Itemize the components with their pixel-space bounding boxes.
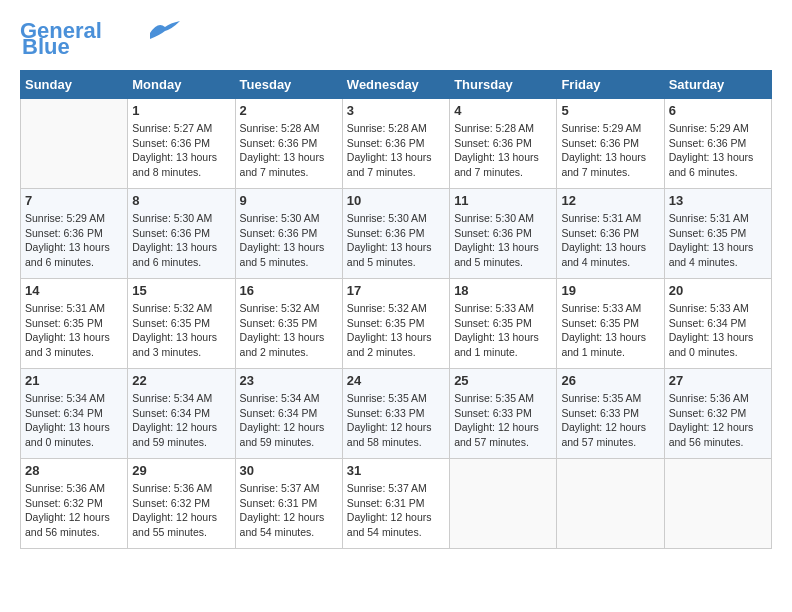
calendar-cell: 22Sunrise: 5:34 AM Sunset: 6:34 PM Dayli… — [128, 369, 235, 459]
day-number: 15 — [132, 283, 230, 298]
day-info: Sunrise: 5:30 AM Sunset: 6:36 PM Dayligh… — [347, 211, 445, 270]
calendar-cell: 5Sunrise: 5:29 AM Sunset: 6:36 PM Daylig… — [557, 99, 664, 189]
logo-bird-icon — [150, 21, 180, 39]
calendar-cell: 12Sunrise: 5:31 AM Sunset: 6:36 PM Dayli… — [557, 189, 664, 279]
calendar-cell: 9Sunrise: 5:30 AM Sunset: 6:36 PM Daylig… — [235, 189, 342, 279]
calendar-cell: 10Sunrise: 5:30 AM Sunset: 6:36 PM Dayli… — [342, 189, 449, 279]
weekday-header-tuesday: Tuesday — [235, 71, 342, 99]
calendar-cell: 7Sunrise: 5:29 AM Sunset: 6:36 PM Daylig… — [21, 189, 128, 279]
calendar-cell: 19Sunrise: 5:33 AM Sunset: 6:35 PM Dayli… — [557, 279, 664, 369]
day-info: Sunrise: 5:31 AM Sunset: 6:35 PM Dayligh… — [669, 211, 767, 270]
day-info: Sunrise: 5:28 AM Sunset: 6:36 PM Dayligh… — [454, 121, 552, 180]
day-info: Sunrise: 5:35 AM Sunset: 6:33 PM Dayligh… — [454, 391, 552, 450]
calendar-week-row: 7Sunrise: 5:29 AM Sunset: 6:36 PM Daylig… — [21, 189, 772, 279]
day-number: 11 — [454, 193, 552, 208]
day-number: 6 — [669, 103, 767, 118]
day-number: 27 — [669, 373, 767, 388]
day-info: Sunrise: 5:36 AM Sunset: 6:32 PM Dayligh… — [669, 391, 767, 450]
day-number: 20 — [669, 283, 767, 298]
calendar-cell: 31Sunrise: 5:37 AM Sunset: 6:31 PM Dayli… — [342, 459, 449, 549]
calendar-cell: 18Sunrise: 5:33 AM Sunset: 6:35 PM Dayli… — [450, 279, 557, 369]
weekday-header-saturday: Saturday — [664, 71, 771, 99]
day-info: Sunrise: 5:32 AM Sunset: 6:35 PM Dayligh… — [347, 301, 445, 360]
day-number: 3 — [347, 103, 445, 118]
day-info: Sunrise: 5:35 AM Sunset: 6:33 PM Dayligh… — [347, 391, 445, 450]
day-info: Sunrise: 5:32 AM Sunset: 6:35 PM Dayligh… — [240, 301, 338, 360]
weekday-header-friday: Friday — [557, 71, 664, 99]
calendar-cell: 14Sunrise: 5:31 AM Sunset: 6:35 PM Dayli… — [21, 279, 128, 369]
weekday-header-thursday: Thursday — [450, 71, 557, 99]
day-info: Sunrise: 5:36 AM Sunset: 6:32 PM Dayligh… — [25, 481, 123, 540]
day-number: 14 — [25, 283, 123, 298]
calendar-cell: 17Sunrise: 5:32 AM Sunset: 6:35 PM Dayli… — [342, 279, 449, 369]
calendar-cell: 27Sunrise: 5:36 AM Sunset: 6:32 PM Dayli… — [664, 369, 771, 459]
day-info: Sunrise: 5:34 AM Sunset: 6:34 PM Dayligh… — [25, 391, 123, 450]
weekday-header-sunday: Sunday — [21, 71, 128, 99]
day-info: Sunrise: 5:33 AM Sunset: 6:35 PM Dayligh… — [454, 301, 552, 360]
day-info: Sunrise: 5:31 AM Sunset: 6:35 PM Dayligh… — [25, 301, 123, 360]
day-number: 5 — [561, 103, 659, 118]
calendar-week-row: 14Sunrise: 5:31 AM Sunset: 6:35 PM Dayli… — [21, 279, 772, 369]
calendar-cell: 20Sunrise: 5:33 AM Sunset: 6:34 PM Dayli… — [664, 279, 771, 369]
day-info: Sunrise: 5:27 AM Sunset: 6:36 PM Dayligh… — [132, 121, 230, 180]
calendar-cell: 16Sunrise: 5:32 AM Sunset: 6:35 PM Dayli… — [235, 279, 342, 369]
day-info: Sunrise: 5:29 AM Sunset: 6:36 PM Dayligh… — [561, 121, 659, 180]
calendar-cell: 23Sunrise: 5:34 AM Sunset: 6:34 PM Dayli… — [235, 369, 342, 459]
day-number: 10 — [347, 193, 445, 208]
logo: General Blue — [20, 20, 180, 60]
calendar-cell — [450, 459, 557, 549]
day-info: Sunrise: 5:36 AM Sunset: 6:32 PM Dayligh… — [132, 481, 230, 540]
day-info: Sunrise: 5:35 AM Sunset: 6:33 PM Dayligh… — [561, 391, 659, 450]
day-info: Sunrise: 5:29 AM Sunset: 6:36 PM Dayligh… — [669, 121, 767, 180]
day-number: 31 — [347, 463, 445, 478]
day-number: 17 — [347, 283, 445, 298]
day-info: Sunrise: 5:34 AM Sunset: 6:34 PM Dayligh… — [132, 391, 230, 450]
calendar-cell: 8Sunrise: 5:30 AM Sunset: 6:36 PM Daylig… — [128, 189, 235, 279]
calendar-cell — [557, 459, 664, 549]
day-info: Sunrise: 5:37 AM Sunset: 6:31 PM Dayligh… — [240, 481, 338, 540]
day-info: Sunrise: 5:34 AM Sunset: 6:34 PM Dayligh… — [240, 391, 338, 450]
day-info: Sunrise: 5:33 AM Sunset: 6:35 PM Dayligh… — [561, 301, 659, 360]
calendar-cell: 6Sunrise: 5:29 AM Sunset: 6:36 PM Daylig… — [664, 99, 771, 189]
day-number: 1 — [132, 103, 230, 118]
day-number: 25 — [454, 373, 552, 388]
day-number: 30 — [240, 463, 338, 478]
day-info: Sunrise: 5:32 AM Sunset: 6:35 PM Dayligh… — [132, 301, 230, 360]
day-info: Sunrise: 5:37 AM Sunset: 6:31 PM Dayligh… — [347, 481, 445, 540]
calendar-cell — [21, 99, 128, 189]
day-number: 22 — [132, 373, 230, 388]
calendar-cell: 11Sunrise: 5:30 AM Sunset: 6:36 PM Dayli… — [450, 189, 557, 279]
day-info: Sunrise: 5:33 AM Sunset: 6:34 PM Dayligh… — [669, 301, 767, 360]
page-header: General Blue — [20, 20, 772, 60]
day-number: 2 — [240, 103, 338, 118]
calendar-cell: 29Sunrise: 5:36 AM Sunset: 6:32 PM Dayli… — [128, 459, 235, 549]
day-info: Sunrise: 5:31 AM Sunset: 6:36 PM Dayligh… — [561, 211, 659, 270]
day-number: 24 — [347, 373, 445, 388]
weekday-header-row: SundayMondayTuesdayWednesdayThursdayFrid… — [21, 71, 772, 99]
day-number: 23 — [240, 373, 338, 388]
day-info: Sunrise: 5:28 AM Sunset: 6:36 PM Dayligh… — [347, 121, 445, 180]
day-info: Sunrise: 5:30 AM Sunset: 6:36 PM Dayligh… — [132, 211, 230, 270]
day-number: 16 — [240, 283, 338, 298]
day-info: Sunrise: 5:28 AM Sunset: 6:36 PM Dayligh… — [240, 121, 338, 180]
calendar-week-row: 21Sunrise: 5:34 AM Sunset: 6:34 PM Dayli… — [21, 369, 772, 459]
calendar-cell: 2Sunrise: 5:28 AM Sunset: 6:36 PM Daylig… — [235, 99, 342, 189]
calendar-cell: 30Sunrise: 5:37 AM Sunset: 6:31 PM Dayli… — [235, 459, 342, 549]
day-number: 28 — [25, 463, 123, 478]
weekday-header-wednesday: Wednesday — [342, 71, 449, 99]
calendar-cell — [664, 459, 771, 549]
day-number: 4 — [454, 103, 552, 118]
calendar-cell: 4Sunrise: 5:28 AM Sunset: 6:36 PM Daylig… — [450, 99, 557, 189]
calendar-week-row: 1Sunrise: 5:27 AM Sunset: 6:36 PM Daylig… — [21, 99, 772, 189]
day-number: 7 — [25, 193, 123, 208]
calendar-cell: 24Sunrise: 5:35 AM Sunset: 6:33 PM Dayli… — [342, 369, 449, 459]
day-number: 18 — [454, 283, 552, 298]
day-number: 13 — [669, 193, 767, 208]
weekday-header-monday: Monday — [128, 71, 235, 99]
day-number: 26 — [561, 373, 659, 388]
calendar-cell: 3Sunrise: 5:28 AM Sunset: 6:36 PM Daylig… — [342, 99, 449, 189]
calendar-cell: 21Sunrise: 5:34 AM Sunset: 6:34 PM Dayli… — [21, 369, 128, 459]
day-number: 29 — [132, 463, 230, 478]
day-number: 19 — [561, 283, 659, 298]
calendar-cell: 15Sunrise: 5:32 AM Sunset: 6:35 PM Dayli… — [128, 279, 235, 369]
